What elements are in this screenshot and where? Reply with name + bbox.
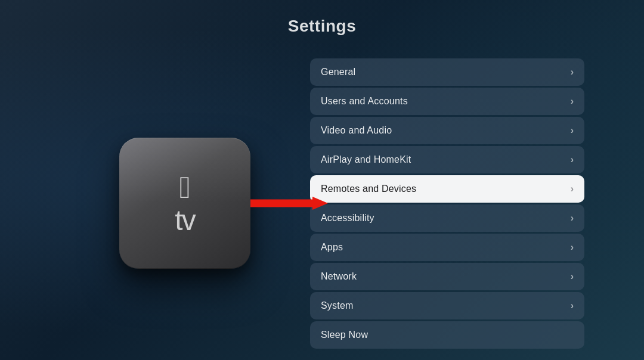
- chevron-icon-system: ›: [571, 300, 574, 311]
- settings-label-apps: Apps: [321, 242, 343, 253]
- chevron-icon-users-accounts: ›: [571, 96, 574, 107]
- settings-list: General›Users and Accounts›Video and Aud…: [310, 58, 584, 349]
- settings-label-video-audio: Video and Audio: [321, 125, 392, 136]
- settings-item-network[interactable]: Network›: [310, 263, 584, 290]
- chevron-icon-general: ›: [571, 67, 574, 77]
- arrow-body: [250, 197, 328, 210]
- chevron-icon-airplay-homekit: ›: [571, 154, 574, 165]
- settings-item-airplay-homekit[interactable]: AirPlay and HomeKit›: [310, 146, 584, 173]
- settings-item-video-audio[interactable]: Video and Audio›: [310, 117, 584, 144]
- chevron-icon-remotes-devices: ›: [571, 184, 574, 194]
- apple-tv-device:  tv: [119, 138, 250, 269]
- chevron-icon-accessibility: ›: [571, 213, 574, 224]
- chevron-icon-apps: ›: [571, 242, 574, 253]
- settings-label-network: Network: [321, 271, 357, 282]
- settings-label-accessibility: Accessibility: [321, 213, 374, 224]
- arrow-indicator: [250, 197, 328, 210]
- settings-item-apps[interactable]: Apps›: [310, 234, 584, 261]
- device-section:  tv: [60, 138, 310, 269]
- settings-label-users-accounts: Users and Accounts: [321, 96, 408, 107]
- settings-item-accessibility[interactable]: Accessibility›: [310, 204, 584, 232]
- right-arrow-icon: [250, 197, 328, 210]
- page-title: Settings: [288, 17, 356, 36]
- tv-label: tv: [175, 206, 194, 235]
- settings-item-users-accounts[interactable]: Users and Accounts›: [310, 88, 584, 115]
- settings-item-sleep-now[interactable]: Sleep Now: [310, 321, 584, 349]
- settings-item-system[interactable]: System›: [310, 292, 584, 319]
- apple-logo-icon: : [179, 172, 191, 203]
- settings-item-general[interactable]: General›: [310, 58, 584, 86]
- settings-label-sleep-now: Sleep Now: [321, 330, 368, 340]
- settings-label-remotes-devices: Remotes and Devices: [321, 184, 416, 194]
- chevron-icon-video-audio: ›: [571, 125, 574, 136]
- settings-label-general: General: [321, 67, 355, 77]
- chevron-icon-network: ›: [571, 271, 574, 282]
- settings-label-airplay-homekit: AirPlay and HomeKit: [321, 154, 411, 165]
- settings-label-system: System: [321, 300, 354, 311]
- main-content:  tv General›Users and Accounts›Video an…: [0, 46, 644, 360]
- settings-item-remotes-devices[interactable]: Remotes and Devices›: [310, 175, 584, 203]
